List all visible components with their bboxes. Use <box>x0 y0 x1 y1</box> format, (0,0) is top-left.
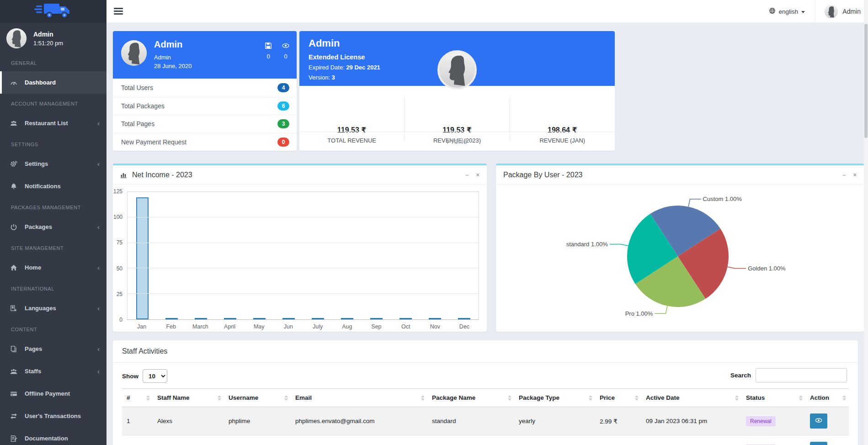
logo-area[interactable] <box>0 0 107 23</box>
x-tick-label: May <box>245 323 274 330</box>
x-tick-label: April <box>215 323 245 330</box>
bar-Feb <box>157 192 186 319</box>
gridline <box>128 217 479 217</box>
sidebar-item-dashboard[interactable]: Dashboard <box>0 71 107 94</box>
package-by-user-card: Package By User - 2023 – × Custom 1.00%G… <box>496 164 864 332</box>
sidebar-item-staffs[interactable]: Staffs‹ <box>0 360 107 382</box>
stat-badge: 0 <box>277 138 289 147</box>
stat-row-total-users[interactable]: Total Users4 <box>113 79 297 97</box>
view-button[interactable] <box>810 413 827 429</box>
sidebar-item-home[interactable]: Home‹ <box>0 256 107 279</box>
language-dropdown[interactable]: english <box>759 0 815 23</box>
sidebar-item-settings[interactable]: Settings‹ <box>0 153 107 175</box>
license-card: Admin Extended License Expired Date: 29 … <box>299 31 615 151</box>
bar-Jan <box>128 192 157 319</box>
staff-table-header-row: #Staff NameUsernameEmailPackage NamePack… <box>122 389 849 407</box>
sort-icons <box>842 395 846 401</box>
gridline <box>128 243 479 243</box>
y-tick-label: 0 <box>119 317 122 323</box>
avatar <box>121 40 147 66</box>
bar-April <box>215 192 245 319</box>
column-header-username[interactable]: Username <box>224 389 291 407</box>
sort-icons <box>799 395 803 401</box>
cell-status: Renewal <box>741 407 805 435</box>
staff-table-body: 1Alexsphplimephplimes.envato@gmail.comst… <box>122 407 849 445</box>
hamburger-menu-icon[interactable] <box>114 6 123 16</box>
column-header-[interactable]: # <box>122 389 153 407</box>
bell-icon <box>10 183 19 190</box>
sidebar-item-label: User's Transactions <box>25 413 81 419</box>
sidebar-item-restaurant-list[interactable]: Restaurant List‹ <box>0 112 107 134</box>
sidebar: Admin 1:51:20 pm GENERALDashboardACCOUNT… <box>0 0 107 445</box>
cell-status: Renewal <box>741 435 805 445</box>
profile-role: Admin <box>154 53 192 62</box>
sidebar-item-documentation[interactable]: Documentation <box>0 427 107 445</box>
close-icon[interactable]: × <box>476 171 479 178</box>
stat-label: New Payment Request <box>121 138 186 146</box>
bar-Nov <box>420 192 449 319</box>
column-header-package-name[interactable]: Package Name <box>427 389 514 407</box>
x-tick-label: July <box>303 323 332 330</box>
sidebar-section-site-management: SITE MANAGEMENT <box>0 238 107 256</box>
column-header-status[interactable]: Status <box>741 389 805 407</box>
sidebar-item-user-s-transactions[interactable]: User's Transactions <box>0 405 107 427</box>
column-header-package-type[interactable]: Package Type <box>514 389 595 407</box>
sort-icons <box>146 395 150 401</box>
chevron-left-icon: ‹ <box>97 119 100 127</box>
search-input[interactable] <box>756 368 847 382</box>
sidebar-item-offline-payment[interactable]: Offline Payment <box>0 382 107 405</box>
version-label: Version: <box>309 74 330 81</box>
sidebar-item-packages[interactable]: Packages‹ <box>0 216 107 238</box>
minimize-icon[interactable]: – <box>842 171 846 178</box>
avatar <box>6 28 27 48</box>
column-header-action[interactable]: Action <box>805 389 849 407</box>
gears-icon <box>10 160 19 168</box>
vertical-scrollbar[interactable] <box>864 0 868 445</box>
bar-Oct <box>391 192 420 319</box>
cell-price: 25.56 ₹ <box>595 435 641 445</box>
column-header-active-date[interactable]: Active Date <box>641 389 741 407</box>
minimize-icon[interactable]: – <box>465 171 469 178</box>
package-by-user-title: Package By User - 2023 <box>503 171 582 179</box>
stat-row-new-payment-request[interactable]: New Payment Request0 <box>113 133 297 151</box>
documentation-icon <box>10 435 19 442</box>
bar-March <box>186 192 215 319</box>
view-button[interactable] <box>810 442 827 445</box>
sidebar-item-label: Dashboard <box>25 79 56 86</box>
header-user-menu[interactable]: Admin <box>815 0 863 23</box>
pie-label-line <box>688 199 701 207</box>
sidebar-section-content: CONTENT <box>0 319 107 338</box>
column-header-staff-name[interactable]: Staff Name <box>153 389 224 407</box>
bar-Sep <box>362 192 391 319</box>
stat-badge: 4 <box>277 83 289 92</box>
stat-row-total-pages[interactable]: Total Pages3 <box>113 115 297 133</box>
scrollbar-thumb[interactable] <box>864 24 868 138</box>
staff-table: #Staff NameUsernameEmailPackage NamePack… <box>122 388 849 445</box>
screen: Admin 1:51:20 pm GENERALDashboardACCOUNT… <box>0 0 868 445</box>
sidebar-item-languages[interactable]: Languages‹ <box>0 297 107 319</box>
sidebar-item-label: Packages <box>25 223 52 230</box>
cell-num: 1 <box>122 407 153 435</box>
page-size-select[interactable]: 10 <box>143 369 167 383</box>
cell-username: demo <box>224 435 291 445</box>
sidebar-item-label: Staffs <box>25 368 41 375</box>
net-income-title: Net Income - 2023 <box>132 171 192 179</box>
sidebar-item-label: Languages <box>25 305 56 312</box>
x-tick-label: March <box>186 323 215 330</box>
column-header-price[interactable]: Price <box>595 389 641 407</box>
x-tick-label: Feb <box>156 323 186 330</box>
cell-active-date: 09 Jan 2023 06:31 pm <box>641 407 741 435</box>
sidebar-item-notifications[interactable]: Notifications <box>0 175 107 197</box>
close-icon[interactable]: × <box>853 171 857 178</box>
package-pie-chart: Custom 1.00%Golden 1.00%Pro 1.00%standar… <box>496 185 864 332</box>
users-icon <box>10 120 19 127</box>
x-tick-label: Oct <box>391 323 421 330</box>
stat-row-total-packages[interactable]: Total Packages6 <box>113 97 297 115</box>
bar-chart-plot <box>127 191 479 320</box>
profile-link[interactable]: Profile <box>299 132 615 151</box>
expired-value: 29 Dec 2021 <box>346 64 380 71</box>
staffs-icon <box>10 368 19 375</box>
column-header-email[interactable]: Email <box>291 389 427 407</box>
y-tick-label: 50 <box>117 265 122 272</box>
sidebar-item-pages[interactable]: Pages‹ <box>0 338 107 360</box>
